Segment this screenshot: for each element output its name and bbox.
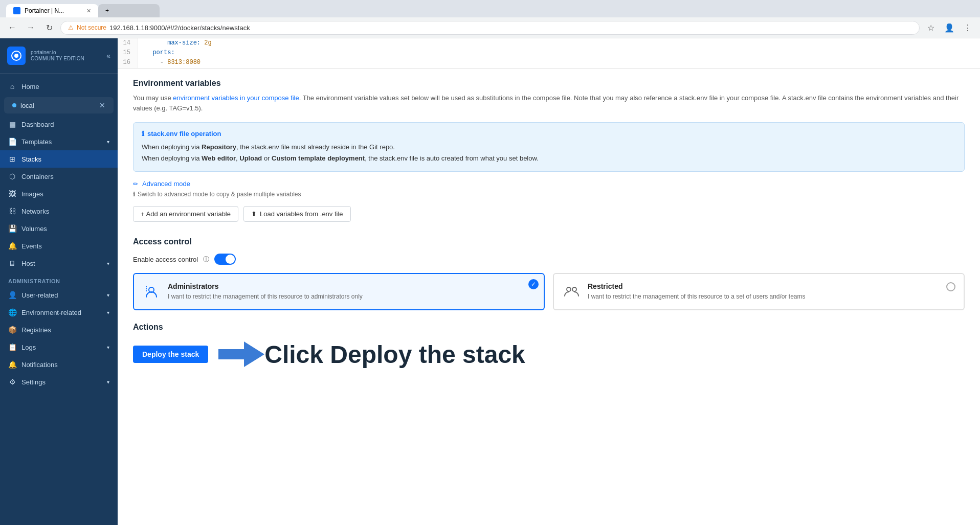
sidebar-item-settings[interactable]: ⚙ Settings ▾ bbox=[0, 373, 118, 391]
new-tab-btn[interactable]: + bbox=[98, 4, 160, 17]
security-icon: ⚠ bbox=[68, 24, 74, 31]
events-icon: 🔔 bbox=[8, 242, 16, 250]
access-control-title: Access control bbox=[133, 237, 965, 246]
sidebar-item-templates[interactable]: 📄 Templates ▾ bbox=[0, 133, 118, 150]
sidebar-item-containers[interactable]: ⬡ Containers bbox=[0, 168, 118, 185]
reload-btn[interactable]: ↻ bbox=[42, 20, 56, 35]
templates-icon: 📄 bbox=[8, 138, 16, 146]
access-options: Administrators I want to restrict the ma… bbox=[133, 273, 965, 310]
svg-marker-6 bbox=[218, 341, 264, 367]
sidebar-item-networks-label: Networks bbox=[21, 208, 49, 215]
profile-btn[interactable]: 👤 bbox=[942, 20, 956, 35]
line-num-16: 16 bbox=[118, 58, 138, 67]
code-line-16: 16 - 8313:8080 bbox=[118, 58, 980, 67]
sidebar-item-user-related-label: User-related bbox=[21, 291, 58, 299]
address-bar[interactable]: ⚠ Not secure 192.168.1.18:9000/#!/2/dock… bbox=[60, 21, 920, 35]
sidebar-collapse-btn[interactable]: « bbox=[106, 52, 110, 60]
logo-icon bbox=[7, 47, 26, 65]
sidebar-item-settings-label: Settings bbox=[21, 378, 46, 386]
info-line2-b3: Custom template deployment bbox=[272, 154, 365, 162]
info-line2-b2: Upload bbox=[239, 154, 262, 162]
add-env-variable-btn[interactable]: + Add an environment variable bbox=[133, 206, 238, 222]
sidebar-item-stacks-label: Stacks bbox=[21, 155, 41, 163]
sidebar-item-images-label: Images bbox=[21, 190, 43, 198]
env-btn-group: + Add an environment variable ⬆ Load var… bbox=[133, 206, 965, 222]
access-toggle-row: Enable access control ⓘ bbox=[133, 254, 965, 265]
new-tab-icon: + bbox=[105, 7, 109, 14]
sidebar-item-notifications-label: Notifications bbox=[21, 361, 58, 369]
sidebar: portainer.io COMMUNITY EDITION « ⌂ Home … bbox=[0, 38, 118, 525]
sidebar-item-home[interactable]: ⌂ Home bbox=[0, 78, 118, 95]
svg-point-5 bbox=[572, 287, 576, 291]
user-related-icon: 👤 bbox=[8, 291, 16, 299]
info-line2-or: or bbox=[262, 154, 272, 162]
admin-icon bbox=[142, 282, 161, 301]
info-line2-rest: , the stack.env file is auto created fro… bbox=[365, 154, 539, 162]
sidebar-item-user-related[interactable]: 👤 User-related ▾ bbox=[0, 286, 118, 304]
restricted-option-title: Restricted bbox=[588, 282, 939, 290]
upload-icon: ⬆ bbox=[251, 210, 257, 218]
logs-arrow-icon: ▾ bbox=[107, 345, 109, 350]
advanced-mode-link[interactable]: Advanced mode bbox=[142, 180, 190, 188]
edit-icon: ✏ bbox=[133, 180, 138, 188]
deploy-stack-btn[interactable]: Deploy the stack bbox=[133, 346, 208, 363]
env-name-label: local bbox=[20, 102, 95, 109]
sidebar-item-volumes[interactable]: 💾 Volumes bbox=[0, 220, 118, 237]
svg-point-1 bbox=[14, 54, 18, 58]
sidebar-item-home-label: Home bbox=[21, 83, 39, 90]
sidebar-item-logs-label: Logs bbox=[21, 344, 36, 351]
line-num-15: 15 bbox=[118, 48, 138, 58]
security-label: Not secure bbox=[77, 24, 106, 31]
admin-option-text: Administrators I want to restrict the ma… bbox=[168, 282, 536, 301]
info-icon: ℹ bbox=[142, 130, 144, 138]
access-option-administrators[interactable]: Administrators I want to restrict the ma… bbox=[133, 273, 545, 310]
info-line2-plain: When deploying via bbox=[142, 154, 202, 162]
access-control-toggle[interactable] bbox=[214, 254, 236, 265]
content-body: Environment variables You may use enviro… bbox=[118, 69, 980, 525]
info-box-content: When deploying via Repository, the stack… bbox=[142, 142, 956, 164]
logo-text: portainer.io COMMUNITY EDITION bbox=[31, 50, 84, 62]
user-related-arrow-icon: ▾ bbox=[107, 292, 109, 298]
images-icon: 🖼 bbox=[8, 190, 16, 198]
svg-point-4 bbox=[567, 287, 571, 291]
sidebar-item-environment-related-label: Environment-related bbox=[21, 309, 81, 316]
sidebar-item-templates-label: Templates bbox=[21, 138, 52, 146]
sidebar-item-events[interactable]: 🔔 Events bbox=[0, 237, 118, 255]
stacks-icon: ⊞ bbox=[8, 155, 16, 163]
line-num-14: 14 bbox=[118, 38, 138, 48]
environment-related-icon: 🌐 bbox=[8, 308, 16, 316]
env-close-btn[interactable]: ✕ bbox=[99, 101, 105, 109]
info-line1-bold: Repository bbox=[202, 143, 236, 151]
access-option-restricted[interactable]: Restricted I want to restrict the manage… bbox=[553, 273, 965, 310]
settings-icon: ⚙ bbox=[8, 378, 16, 386]
deploy-annotation: Click Deploy the stack bbox=[218, 339, 525, 370]
active-tab[interactable]: Portainer | N... ✕ bbox=[6, 4, 98, 17]
back-btn[interactable]: ← bbox=[5, 20, 19, 35]
bookmark-btn[interactable]: ☆ bbox=[924, 20, 938, 35]
sidebar-item-networks[interactable]: ⛓ Networks bbox=[0, 202, 118, 220]
app-layout: portainer.io COMMUNITY EDITION « ⌂ Home … bbox=[0, 38, 980, 525]
sidebar-item-images[interactable]: 🖼 Images bbox=[0, 185, 118, 202]
actions-title: Actions bbox=[133, 323, 965, 332]
sidebar-item-logs[interactable]: 📋 Logs ▾ bbox=[0, 338, 118, 356]
containers-icon: ⬡ bbox=[8, 172, 16, 180]
menu-btn[interactable]: ⋮ bbox=[961, 20, 975, 35]
code-area: 14 max-size: 2g 15 ports: 16 - 8313:8080 bbox=[118, 38, 980, 69]
tab-close-btn[interactable]: ✕ bbox=[86, 8, 91, 14]
registries-icon: 📦 bbox=[8, 326, 16, 334]
sidebar-item-host[interactable]: 🖥 Host ▾ bbox=[0, 255, 118, 272]
sidebar-item-dashboard[interactable]: ▦ Dashboard bbox=[0, 116, 118, 133]
sidebar-item-notifications[interactable]: 🔔 Notifications bbox=[0, 356, 118, 373]
load-env-file-btn[interactable]: ⬆ Load variables from .env file bbox=[243, 206, 351, 222]
sidebar-item-stacks[interactable]: ⊞ Stacks bbox=[0, 150, 118, 168]
host-arrow-icon: ▾ bbox=[107, 261, 109, 266]
forward-btn[interactable]: → bbox=[24, 20, 38, 35]
actions-section: Actions Deploy the stack Click Deploy th… bbox=[133, 323, 965, 370]
restricted-option-desc: I want to restrict the management of thi… bbox=[588, 292, 939, 301]
url-text: 192.168.1.18:9000/#!/2/docker/stacks/new… bbox=[109, 24, 250, 32]
sidebar-item-registries[interactable]: 📦 Registries bbox=[0, 321, 118, 338]
sidebar-item-environment-related[interactable]: 🌐 Environment-related ▾ bbox=[0, 304, 118, 321]
line-code-15: ports: bbox=[138, 48, 175, 58]
environment-variables-section: Environment variables You may use enviro… bbox=[133, 79, 965, 222]
env-vars-link[interactable]: environment variables in your compose fi… bbox=[173, 94, 299, 102]
